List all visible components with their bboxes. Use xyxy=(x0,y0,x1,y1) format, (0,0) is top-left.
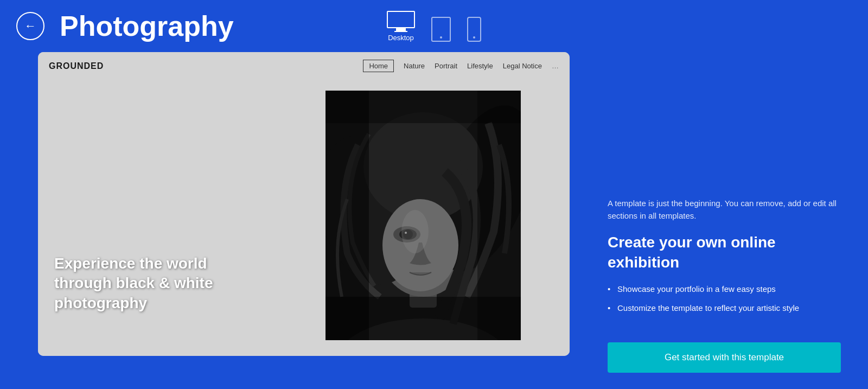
nav-more[interactable]: … xyxy=(552,62,559,70)
info-description: A template is just the beginning. You ca… xyxy=(608,197,841,222)
nav-link-nature[interactable]: Nature xyxy=(404,62,425,70)
site-nav: GROUNDED Home Nature Portrait Lifestyle … xyxy=(38,52,570,80)
svg-rect-15 xyxy=(326,91,521,123)
svg-rect-16 xyxy=(326,297,521,340)
hero-title: Experience the world through black & whi… xyxy=(54,254,228,313)
page-title: Photography xyxy=(60,10,234,42)
tablet-icon xyxy=(431,17,451,42)
preview-panel: GROUNDED Home Nature Portrait Lifestyle … xyxy=(0,52,586,389)
nav-links: Home Nature Portrait Lifestyle Legal Not… xyxy=(363,60,559,72)
info-list: Showcase your portfolio in a few easy st… xyxy=(608,283,841,321)
nav-link-legal[interactable]: Legal Notice xyxy=(503,62,542,70)
info-heading: Create your own online exhibition xyxy=(608,233,841,272)
info-list-item-1: Showcase your portfolio in a few easy st… xyxy=(608,283,841,296)
device-desktop[interactable]: Desktop xyxy=(387,11,415,42)
device-switcher: Desktop xyxy=(387,11,481,42)
desktop-icon xyxy=(387,11,415,31)
back-arrow-icon: ← xyxy=(24,20,36,32)
hero-section: Experience the world through black & whi… xyxy=(38,80,570,356)
nav-link-home[interactable]: Home xyxy=(363,60,394,72)
desktop-label: Desktop xyxy=(388,34,414,42)
device-phone[interactable] xyxy=(467,17,481,42)
header: ← Photography Desktop xyxy=(0,0,868,52)
device-tablet[interactable] xyxy=(431,17,451,42)
hero-image xyxy=(326,91,521,340)
nav-link-lifestyle[interactable]: Lifestyle xyxy=(467,62,493,70)
hero-text: Experience the world through black & whi… xyxy=(54,254,228,313)
browser-mockup: GROUNDED Home Nature Portrait Lifestyle … xyxy=(38,52,570,356)
svg-point-12 xyxy=(401,210,429,253)
portrait-svg xyxy=(326,91,521,340)
info-panel: A template is just the beginning. You ca… xyxy=(586,52,868,389)
main-content: GROUNDED Home Nature Portrait Lifestyle … xyxy=(0,52,868,389)
site-logo: GROUNDED xyxy=(49,61,104,71)
cta-button[interactable]: Get started with this template xyxy=(608,342,841,373)
phone-icon xyxy=(467,17,481,42)
nav-link-portrait[interactable]: Portrait xyxy=(435,62,457,70)
info-list-item-2: Customize the template to reflect your a… xyxy=(608,302,841,315)
back-button[interactable]: ← xyxy=(16,12,44,40)
